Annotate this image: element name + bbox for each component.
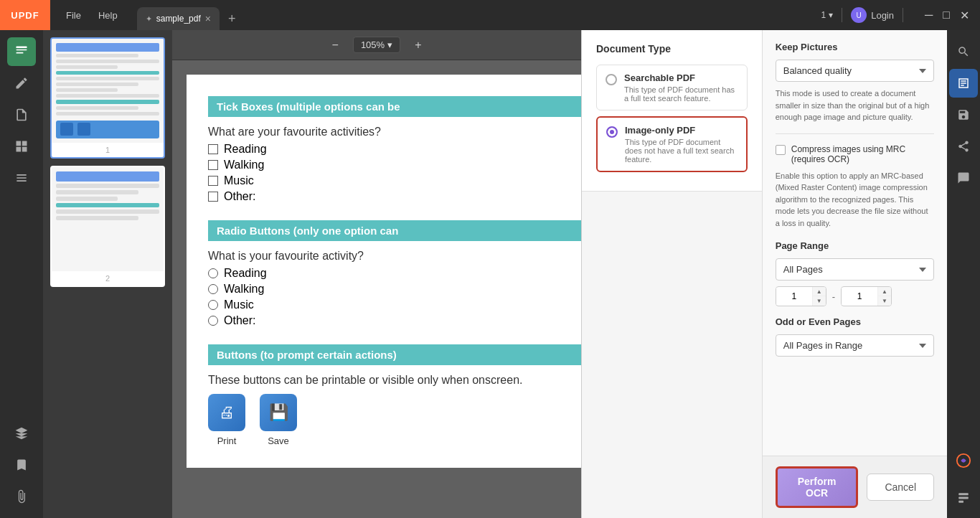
pdf-page: Tick Boxes (multiple options can be What… [187,75,581,468]
mrc-checkbox[interactable] [776,145,786,155]
svg-rect-1 [17,50,27,51]
page-to-input[interactable] [842,288,877,305]
pdf-viewer: − 105% ▾ + Tick Boxes (multiple options … [172,30,581,518]
keep-pictures-title: Keep Pictures [776,42,934,52]
page-from-decrement[interactable]: ▼ [813,296,826,306]
titlebar: UPDF File Help ✦ sample_pdf × + 1 ▾ U Lo… [0,0,980,30]
pdf-print-label: Print [217,435,237,446]
keep-pictures-desc: This mode is used to create a document s… [776,88,934,123]
menu-file[interactable]: File [57,0,90,30]
thumbnail-page-2[interactable]: 2 [50,166,165,287]
sidebar-bottom [7,419,36,518]
odd-even-title: Odd or Even Pages [776,316,934,327]
svg-rect-5 [958,497,969,499]
pdf-section3-text: These buttons can be printable or visibl… [208,374,581,387]
pdf-radio-music: Music [208,298,581,311]
pdf-checkbox-walking: Walking [208,159,581,171]
tab-label: sample_pdf [156,14,201,24]
sidebar-item-pages[interactable] [7,100,36,129]
sidebar-item-layers[interactable] [7,419,36,448]
tab-bar: ✦ sample_pdf × + [133,0,821,30]
thumbnail-page-number: 1 [52,143,164,157]
ocr-footer: Perform OCR Cancel [763,456,947,518]
sidebar-right-colorful[interactable] [949,446,978,475]
thumbnail-page-number-2: 2 [52,271,164,286]
sidebar-item-grid[interactable] [7,132,36,161]
tab-close-button[interactable]: × [205,13,211,24]
page-number-display[interactable]: 1 ▾ [821,10,833,20]
ocr-settings-area: Keep Pictures Balanced qualityHigh quali… [763,30,947,456]
radio-searchable-pdf[interactable]: Searchable PDF This type of PDF document… [596,65,748,110]
sidebar-right-ocr[interactable] [949,69,978,98]
pdf-section-radio-buttons: Radio Buttons (only one option can [208,220,581,241]
ocr-settings-section: Keep Pictures Balanced qualityHigh quali… [763,30,947,518]
page-to-spinners: ▲ ▼ [877,287,891,306]
odd-even-dropdown[interactable]: All Pages in RangeOdd Pages OnlyEven Pag… [776,334,934,357]
sidebar-right-message[interactable] [949,164,978,192]
radio-dot-image-only [606,126,618,138]
mrc-desc: Enable this option to apply an MRC-based… [776,170,934,230]
menu-help[interactable]: Help [90,0,126,30]
sidebar-item-edit[interactable] [7,37,36,66]
page-range-inputs: ▲ ▼ - ▲ ▼ [776,286,934,306]
sidebar-right-bottom[interactable] [949,484,978,512]
sidebar-right-share[interactable] [949,132,978,161]
sidebar-right-save[interactable] [949,100,978,129]
keep-pictures-dropdown[interactable]: Balanced qualityHigh qualityLow quality [776,60,934,82]
add-tab-button[interactable]: + [221,7,243,30]
sidebar-item-annotate[interactable] [7,69,36,98]
main-area: 1 2 − 105% ▾ [0,30,980,518]
pdf-save-label: Save [268,435,289,446]
page-range-dropdown[interactable]: All PagesCustom Range [776,258,934,281]
maximize-button[interactable]: □ [943,9,950,22]
pdf-section-buttons: Buttons (to prompt certain actions) [208,344,581,365]
titlebar-right: 1 ▾ U Login [821,7,914,23]
sidebar-item-arrange[interactable] [7,164,36,192]
range-dash: - [832,291,835,302]
tab-sample-pdf[interactable]: ✦ sample_pdf × [137,7,220,30]
page-range-section: Page Range All PagesCustom Range ▲ ▼ [776,240,934,306]
page-to-input-wrap: ▲ ▼ [841,286,892,306]
radio-content-image-only: Image-only PDF This type of PDF document… [625,125,738,164]
page-from-input[interactable] [776,288,812,305]
thumbnail-panel: 1 2 [43,30,172,518]
zoom-level-display[interactable]: 105% ▾ [353,37,400,53]
mrc-label: Compress images using MRC (requires OCR) [791,144,934,164]
page-to-increment[interactable]: ▲ [878,287,891,296]
pdf-button-row: 🖨 Print 💾 Save [208,394,581,446]
radio-image-only-pdf[interactable]: Image-only PDF This type of PDF document… [596,116,748,172]
sidebar-item-bookmark[interactable] [7,451,36,479]
pdf-scroll-area[interactable]: Tick Boxes (multiple options can be What… [172,60,581,518]
svg-rect-4 [958,493,969,495]
login-button[interactable]: U Login [851,7,894,23]
svg-rect-2 [17,52,24,54]
thumbnail-page-1[interactable]: 1 [50,37,165,159]
thumbnail-preview [52,39,164,143]
odd-even-section: Odd or Even Pages All Pages in RangeOdd … [776,316,934,357]
page-from-increment[interactable]: ▲ [813,287,826,296]
doc-type-title: Document Type [596,43,748,55]
page-range-title: Page Range [776,240,934,251]
ocr-doc-type-section: Document Type Searchable PDF This type o… [582,30,763,518]
ocr-panel: Document Type Searchable PDF This type o… [581,30,947,518]
pdf-radio-other: Other: [208,314,581,327]
pdf-question-2: What is your favourite activity? [208,250,581,263]
cancel-button[interactable]: Cancel [867,474,934,501]
sidebar-right-search[interactable] [949,37,978,66]
close-button[interactable]: ✕ [960,9,969,22]
window-controls: ─ □ ✕ [914,9,980,22]
pdf-checkbox-reading: Reading [208,143,581,156]
zoom-toolbar: − 105% ▾ + [172,30,581,60]
zoom-out-button[interactable]: − [326,36,344,55]
pdf-question-1: What are your favourite activities? [208,126,581,138]
perform-ocr-button[interactable]: Perform OCR [776,466,859,508]
zoom-in-button[interactable]: + [409,36,427,55]
content-and-panel: − 105% ▾ + Tick Boxes (multiple options … [172,30,947,518]
minimize-button[interactable]: ─ [925,9,933,22]
page-to-decrement[interactable]: ▼ [878,296,891,306]
radio-dot-searchable [606,74,617,85]
ocr-two-col: Document Type Searchable PDF This type o… [582,30,947,518]
pdf-save-button: 💾 Save [260,394,297,446]
sidebar-item-attachment[interactable] [7,482,36,511]
ocr-doc-type-area: Document Type Searchable PDF This type o… [582,30,762,192]
